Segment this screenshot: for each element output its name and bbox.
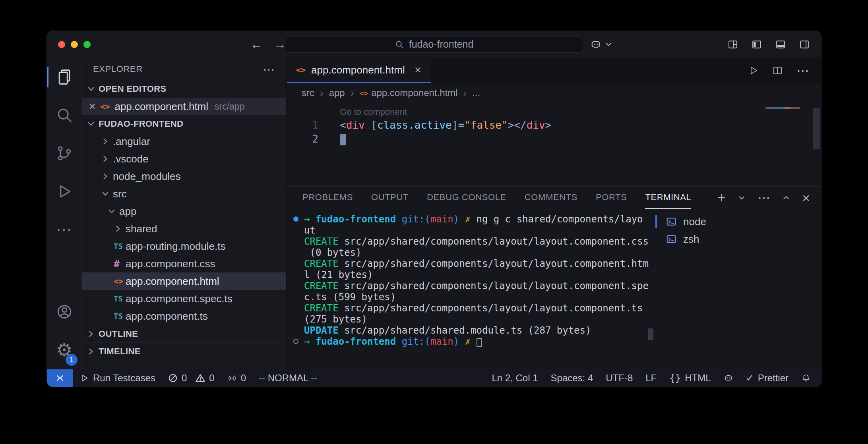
code-token [365,119,371,131]
back-button[interactable]: ← [250,37,263,52]
tree-file-app-component-ts[interactable]: TSapp.component.ts [82,307,286,325]
eol-status[interactable]: LF [639,369,663,387]
cursor-position[interactable]: Ln 2, Col 1 [485,369,544,387]
customize-layout-icon[interactable] [727,39,738,50]
remote-indicator[interactable] [47,369,73,387]
minimap[interactable] [765,107,809,109]
breadcrumb-item-app-component-html[interactable]: <>app.component.html [359,87,457,98]
formatter-status[interactable]: ✓ Prettier [740,369,795,387]
close-editor-icon[interactable]: × [89,101,95,112]
panel-tab-output[interactable]: OUTPUT [371,187,409,209]
code-token: > [508,119,514,131]
tree-file-app-component-spec-ts[interactable]: TSapp.component.spec.ts [82,290,286,307]
tree-item-label: src [113,188,127,200]
source-control-icon [56,145,73,162]
open-editors-section-header[interactable]: OPEN EDITORS [82,80,286,98]
terminal-text: src/app/shared/components/layout/layout.… [339,280,649,291]
terminal-instance-node[interactable]: node [655,213,821,230]
split-editor-icon[interactable] [772,65,783,76]
open-editor-label: app.component.html [114,100,208,113]
tree-folder-node-modules[interactable]: node_modules [82,168,286,185]
tree-folder-app[interactable]: app [82,203,286,220]
ports-status[interactable]: 0 [221,369,252,387]
indentation-status[interactable]: Spaces: 4 [544,369,600,387]
code-token: < [340,119,346,131]
activity-run-debug-button[interactable] [47,172,81,210]
settings-button[interactable]: ⚙ 1 [47,331,81,369]
panel-tab-comments[interactable]: COMMENTS [525,187,577,209]
new-terminal-button[interactable]: + [717,191,726,205]
codelens-link[interactable]: Go to component [340,106,821,118]
notifications-bell[interactable] [795,369,817,387]
close-window-button[interactable] [58,41,65,48]
terminal-line: CREATE src/app/shared/components/layout/… [304,303,643,314]
tree-folder-src[interactable]: src [82,185,286,203]
more-actions-icon[interactable]: ⋯ [263,62,275,76]
editor-tab[interactable]: <> app.component.html × [287,58,431,83]
breadcrumb-label: ... [472,87,480,98]
activity-more-views-button[interactable]: ⋯ [47,210,81,249]
terminal-text: ) [453,214,465,225]
panel-tab-problems[interactable]: PROBLEMS [302,187,353,209]
terminal-instance-zsh[interactable]: zsh [655,230,821,248]
history-nav: ← → [250,37,286,52]
terminal-scrollbar[interactable] [648,328,653,340]
minimize-window-button[interactable] [71,41,78,48]
project-section-header[interactable]: FUDAO-FRONTEND [82,115,286,133]
activity-source-control-button[interactable] [47,134,81,172]
language-mode[interactable]: {} HTML [663,369,717,387]
breadcrumb-item-[interactable]: ... [472,87,480,98]
code-editor[interactable]: 12 Go to component <div [class.active]="… [287,102,821,186]
toggle-secondary-sidebar-icon[interactable] [799,39,810,50]
panel-tab-ports[interactable]: PORTS [596,187,627,209]
timeline-section-header[interactable]: TIMELINE [82,342,286,360]
maximize-panel-icon[interactable] [782,194,790,202]
copilot-status[interactable] [717,369,740,387]
activity-search-button[interactable] [47,96,81,134]
activity-explorer-button[interactable] [47,58,81,96]
panel-tab-terminal[interactable]: TERMINAL [645,187,691,209]
terminal-view[interactable]: → fudao-frontend git:(main) ✗ ng g c sha… [287,209,655,369]
toggle-primary-sidebar-icon[interactable] [751,39,762,50]
code-line[interactable] [340,132,821,146]
copilot-menu[interactable] [590,39,612,50]
tree-folder-vscode[interactable]: .vscode [82,150,286,168]
tree-file-app-component-css[interactable]: #app.component.css [82,255,286,272]
breadcrumb-label: src [302,87,314,98]
breadcrumb-item-app[interactable]: app [329,87,345,98]
code-token: = [458,119,464,131]
command-decoration-icon[interactable] [293,216,298,222]
code-line[interactable]: <div [class.active]="false"></div> [340,118,821,132]
tree-folder-shared[interactable]: shared [82,220,286,237]
command-decoration-icon[interactable] [293,339,298,344]
command-center-search[interactable]: fudao-frontend [285,36,583,53]
panel-tab-debug-console[interactable]: DEBUG CONSOLE [427,187,506,209]
terminal-text: src/app/shared/components/layout/layout.… [339,236,649,247]
code-token: "false" [464,119,508,131]
tree-file-app-component-html[interactable]: <>app.component.html [82,272,286,290]
more-actions-icon[interactable]: ⋯ [758,191,770,204]
open-editor-item[interactable]: × <> app.component.html src/app [82,98,286,115]
close-tab-icon[interactable]: × [415,64,422,76]
tree-file-app-routing-module-ts[interactable]: TSapp-routing.module.ts [82,237,286,255]
terminal-text: ✗ [465,336,477,347]
editor-tab-label: app.component.html [311,64,405,76]
close-panel-icon[interactable]: × [802,191,810,205]
encoding-status[interactable]: UTF-8 [599,369,639,387]
more-actions-icon[interactable]: ⋯ [796,64,809,77]
zoom-window-button[interactable] [83,41,91,48]
code-token: div [527,119,545,131]
terminal-line: CREATE src/app/shared/components/layout/… [304,236,643,247]
forward-button[interactable]: → [274,37,286,52]
run-file-icon[interactable] [748,65,759,76]
problems-status[interactable]: 0 0 [162,369,221,387]
outline-section-header[interactable]: OUTLINE [82,325,286,342]
terminal-dropdown-icon[interactable] [738,194,746,202]
accounts-button[interactable] [47,293,81,331]
breadcrumb-item-src[interactable]: src [302,87,314,98]
editor-scrollbar[interactable] [813,108,820,149]
tree-folder-angular[interactable]: .angular [82,133,286,150]
remote-icon [55,373,65,383]
run-testcases-button[interactable]: Run Testcases [73,369,162,387]
toggle-panel-icon[interactable] [775,39,786,50]
